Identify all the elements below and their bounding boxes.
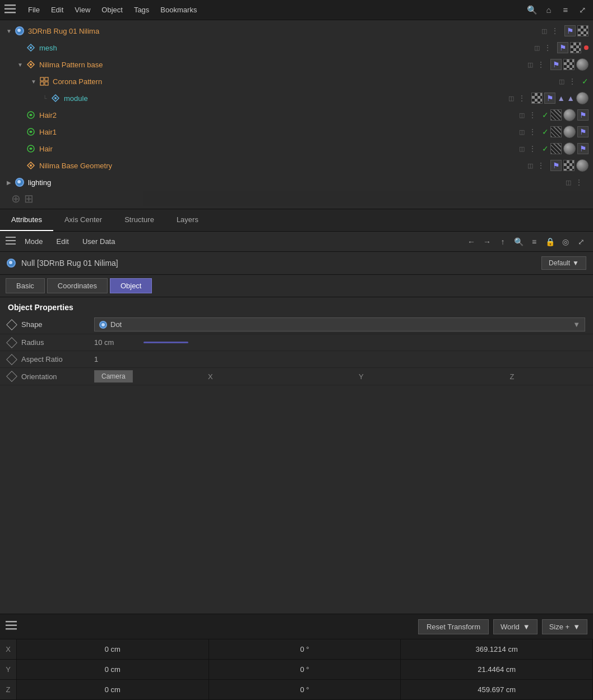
orientation-z-btn[interactable]: Z bbox=[439, 372, 585, 381]
list-icon[interactable]: ≡ bbox=[559, 4, 572, 16]
flag-tag[interactable]: ⚑ bbox=[550, 160, 562, 171]
dots-icon[interactable]: ⋮ bbox=[575, 178, 583, 187]
visibility-icon[interactable]: ◫ bbox=[526, 161, 535, 170]
external-icon[interactable]: ⤢ bbox=[575, 236, 587, 248]
sphere-tag[interactable] bbox=[576, 92, 589, 104]
radius-slider[interactable] bbox=[143, 342, 188, 343]
toolbar-hamburger-icon[interactable] bbox=[6, 237, 16, 246]
dots-icon[interactable]: ⋮ bbox=[529, 127, 536, 136]
up-icon[interactable]: ↑ bbox=[497, 236, 509, 248]
search-icon[interactable]: 🔍 bbox=[526, 4, 538, 16]
prop-keyframe-diamond[interactable] bbox=[6, 337, 17, 348]
tab-axis-center[interactable]: Axis Center bbox=[53, 209, 113, 231]
x-rot-val[interactable]: 0 ° bbox=[209, 639, 401, 660]
flag-tag[interactable]: ⚑ bbox=[577, 126, 589, 137]
dots-icon[interactable]: ⋮ bbox=[537, 161, 545, 170]
edit-button[interactable]: Edit bbox=[52, 236, 73, 247]
sphere-tag[interactable] bbox=[563, 142, 576, 155]
visibility-icon[interactable]: ◫ bbox=[517, 110, 526, 119]
tree-row-3drnb-rug[interactable]: ▼ 3DRnB Rug 01 Nilima ◫ ⋮ ⚑ bbox=[0, 22, 593, 39]
x-pos-val[interactable]: 0 cm bbox=[17, 639, 209, 660]
dots-icon[interactable]: ⋮ bbox=[518, 94, 526, 103]
y-pos-val[interactable]: 0 cm bbox=[17, 660, 209, 680]
world-dropdown[interactable]: World ▼ bbox=[493, 619, 538, 634]
x-size-val[interactable]: 369.1214 cm bbox=[401, 639, 593, 660]
lock-icon[interactable]: 🔒 bbox=[544, 236, 556, 248]
flag-tag[interactable]: ⚑ bbox=[564, 25, 576, 36]
dots-icon[interactable]: ⋮ bbox=[551, 26, 559, 35]
expand-icon[interactable]: ▼ bbox=[4, 26, 13, 35]
home-icon[interactable]: ⌂ bbox=[543, 4, 555, 16]
tree-row-hair2[interactable]: Hair2 ◫ ⋮ ✓ ⚑ bbox=[0, 107, 593, 123]
tab-structure[interactable]: Structure bbox=[113, 209, 165, 231]
tree-row-module[interactable]: └ module ◫ ⋮ ⚑ ▲ ▲ bbox=[0, 90, 593, 107]
visibility-icon[interactable]: ◫ bbox=[507, 94, 516, 103]
tree-row-hair1[interactable]: Hair1 ◫ ⋮ ✓ ⚑ bbox=[0, 123, 593, 140]
visibility-icon[interactable]: ◫ bbox=[517, 144, 526, 153]
z-size-val[interactable]: 459.697 cm bbox=[401, 680, 593, 700]
z-rot-val[interactable]: 0 ° bbox=[209, 680, 401, 700]
sphere-tag[interactable] bbox=[563, 126, 576, 138]
user-data-button[interactable]: User Data bbox=[78, 236, 120, 247]
tri-tag-2[interactable]: ▲ bbox=[567, 94, 575, 103]
mode-button[interactable]: Mode bbox=[20, 236, 48, 247]
external-icon[interactable]: ⤢ bbox=[576, 4, 589, 16]
reset-transform-button[interactable]: Reset Transform bbox=[418, 619, 489, 634]
tab-layers[interactable]: Layers bbox=[165, 209, 210, 231]
menu-view[interactable]: View bbox=[69, 3, 96, 16]
menu-file[interactable]: File bbox=[22, 3, 45, 16]
search-icon[interactable]: 🔍 bbox=[512, 236, 525, 248]
dots-icon[interactable]: ⋮ bbox=[529, 144, 536, 153]
y-size-val[interactable]: 21.4464 cm bbox=[401, 660, 593, 680]
expand-icon[interactable]: ▶ bbox=[4, 178, 13, 187]
sphere-tag[interactable] bbox=[576, 58, 589, 71]
tab-object[interactable]: Object bbox=[110, 278, 152, 293]
size-dropdown[interactable]: Size + ▼ bbox=[542, 619, 587, 634]
tree-row-corona[interactable]: ▼ Corona Pattern ◫ ⋮ ✓ bbox=[0, 73, 593, 90]
shape-dropdown[interactable]: Dot ▼ bbox=[94, 317, 585, 331]
prop-keyframe-diamond[interactable] bbox=[6, 371, 17, 382]
menu-tags[interactable]: Tags bbox=[128, 3, 155, 16]
menu-object[interactable]: Object bbox=[96, 3, 128, 16]
menu-bookmarks[interactable]: Bookmarks bbox=[155, 3, 202, 16]
checker-tag[interactable] bbox=[531, 93, 543, 104]
stripe-tag[interactable] bbox=[550, 109, 562, 121]
tree-row-nilima-base-geo[interactable]: Nilima Base Geometry ◫ ⋮ ⚑ bbox=[0, 157, 593, 174]
visibility-icon[interactable]: ◫ bbox=[540, 26, 549, 35]
menu-edit[interactable]: Edit bbox=[45, 3, 69, 16]
flag-tag[interactable]: ⚑ bbox=[577, 143, 589, 154]
dots-icon[interactable]: ⋮ bbox=[568, 77, 576, 86]
tree-row-hair[interactable]: Hair ◫ ⋮ ✓ ⚑ bbox=[0, 140, 593, 157]
tab-basic[interactable]: Basic bbox=[6, 278, 45, 293]
z-pos-val[interactable]: 0 cm bbox=[17, 680, 209, 700]
expand-icon[interactable]: ▼ bbox=[16, 60, 25, 69]
tri-tag-1[interactable]: ▲ bbox=[557, 94, 565, 103]
prop-keyframe-diamond[interactable] bbox=[6, 354, 17, 365]
visibility-icon[interactable]: ◫ bbox=[564, 178, 573, 187]
orientation-camera-btn[interactable]: Camera bbox=[94, 370, 133, 383]
orientation-y-btn[interactable]: Y bbox=[288, 372, 434, 381]
tab-attributes[interactable]: Attributes bbox=[0, 209, 53, 231]
checker-tag[interactable] bbox=[570, 42, 581, 53]
prop-keyframe-diamond[interactable] bbox=[6, 319, 17, 330]
flag-tag[interactable]: ⚑ bbox=[557, 42, 568, 53]
sphere-tag[interactable] bbox=[563, 109, 576, 121]
back-icon[interactable]: ← bbox=[465, 236, 478, 248]
dots-icon[interactable]: ⋮ bbox=[529, 110, 536, 119]
flag-tag[interactable]: ⚑ bbox=[544, 93, 555, 104]
flag-tag[interactable]: ⚑ bbox=[577, 109, 589, 121]
orientation-x-btn[interactable]: X bbox=[137, 372, 284, 381]
filter-icon[interactable]: ≡ bbox=[528, 236, 540, 248]
stripe-tag[interactable] bbox=[550, 143, 562, 154]
visibility-icon[interactable]: ◫ bbox=[532, 43, 541, 52]
visibility-icon[interactable]: ◫ bbox=[557, 77, 566, 86]
checker-tag[interactable] bbox=[563, 160, 575, 171]
visibility-icon[interactable]: ◫ bbox=[526, 60, 535, 69]
checker-tag[interactable] bbox=[577, 25, 589, 36]
flag-tag[interactable]: ⚑ bbox=[550, 59, 562, 70]
sphere-tag[interactable] bbox=[576, 159, 589, 172]
target-icon[interactable]: ◎ bbox=[559, 236, 572, 248]
default-button[interactable]: Default ▼ bbox=[541, 256, 586, 270]
bottom-hamburger-icon[interactable] bbox=[6, 621, 17, 632]
forward-icon[interactable]: → bbox=[481, 236, 493, 248]
